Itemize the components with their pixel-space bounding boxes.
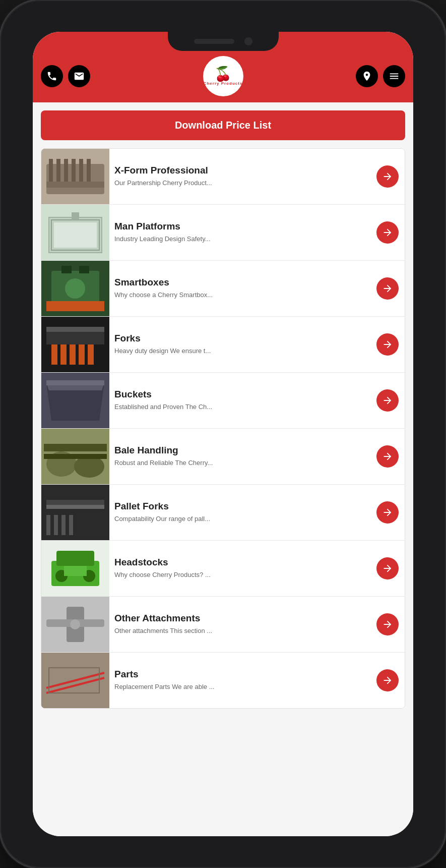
menu-button[interactable] (383, 65, 405, 87)
product-item-pallet[interactable]: Pallet Forks Compatability Our range of … (41, 485, 405, 541)
product-info-parts: Parts Replacement Parts We are able ... (109, 662, 376, 699)
product-desc-forks: Heavy duty design We ensure t... (114, 346, 371, 356)
svg-rect-41 (61, 515, 66, 535)
product-info-buckets: Buckets Established and Proven The Ch... (109, 382, 376, 419)
product-item-bale[interactable]: Bale Handling Robust and Reliable The Ch… (41, 429, 405, 485)
svg-rect-46 (56, 551, 94, 566)
svg-rect-36 (44, 454, 107, 459)
product-item-man[interactable]: Man Platforms Industry Leading Design Sa… (41, 205, 405, 261)
product-image-forks (41, 317, 109, 372)
phone-frame: 🍒 Cherry Products (0, 0, 446, 868)
product-title-forks: Forks (114, 333, 371, 344)
arrow-right-icon (382, 507, 393, 518)
svg-rect-5 (72, 159, 76, 184)
svg-rect-25 (79, 344, 85, 365)
product-info-smartboxes: Smartboxes Why choose a Cherry Smartbox.… (109, 270, 376, 307)
product-arrow-smartboxes[interactable] (376, 277, 399, 300)
svg-rect-31 (46, 380, 104, 385)
svg-rect-19 (79, 266, 89, 273)
svg-rect-13 (72, 212, 79, 220)
product-arrow-forks[interactable] (376, 333, 399, 356)
product-arrow-headstocks[interactable] (376, 557, 399, 580)
product-image-headstocks (41, 541, 109, 596)
svg-rect-7 (87, 159, 91, 184)
product-desc-parts: Replacement Parts We are able ... (114, 682, 371, 691)
product-info-forks: Forks Heavy duty design We ensure t... (109, 326, 376, 363)
product-arrow-pallet[interactable] (376, 501, 399, 524)
product-image-xform (41, 149, 109, 204)
product-item-other[interactable]: Other Attachments Other attachments This… (41, 597, 405, 653)
product-arrow-bale[interactable] (376, 445, 399, 468)
svg-rect-35 (44, 444, 107, 451)
svg-rect-26 (88, 344, 94, 365)
product-image-other (41, 597, 109, 652)
price-list-label: Download Price List (175, 120, 271, 131)
arrow-right-icon (382, 451, 393, 462)
product-title-other: Other Attachments (114, 613, 371, 624)
product-list: X-Form Professional Our Partnership Cher… (41, 148, 405, 709)
product-title-headstocks: Headstocks (114, 557, 371, 568)
product-image-man (41, 205, 109, 260)
product-title-smartboxes: Smartboxes (114, 277, 371, 288)
product-desc-bale: Robust and Reliable The Cherry... (114, 458, 371, 468)
product-item-buckets[interactable]: Buckets Established and Proven The Ch... (41, 373, 405, 429)
svg-rect-22 (51, 344, 57, 365)
product-title-man: Man Platforms (114, 221, 371, 232)
arrow-right-icon (382, 619, 393, 630)
arrow-right-icon (382, 675, 393, 686)
company-logo[interactable]: 🍒 Cherry Products (203, 56, 243, 96)
product-arrow-parts[interactable] (376, 669, 399, 691)
product-item-forks[interactable]: Forks Heavy duty design We ensure t... (41, 317, 405, 373)
logo-text: Cherry Products (204, 81, 243, 86)
product-image-buckets (41, 373, 109, 428)
svg-rect-39 (46, 515, 50, 535)
svg-rect-43 (46, 505, 104, 509)
svg-rect-2 (49, 159, 53, 184)
product-arrow-man[interactable] (376, 221, 399, 244)
product-item-smartboxes[interactable]: Smartboxes Why choose a Cherry Smartbox.… (41, 261, 405, 317)
svg-rect-3 (56, 159, 60, 184)
svg-rect-24 (70, 344, 76, 365)
menu-icon (389, 71, 400, 82)
product-desc-headstocks: Why choose Cherry Products? ... (114, 570, 371, 580)
product-desc-other: Other attachments This section ... (114, 626, 371, 635)
product-arrow-xform[interactable] (376, 165, 399, 188)
product-item-headstocks[interactable]: Headstocks Why choose Cherry Products? .… (41, 541, 405, 597)
svg-rect-8 (46, 182, 104, 188)
svg-rect-18 (61, 266, 72, 273)
product-image-parts (41, 653, 109, 708)
location-button[interactable] (356, 65, 378, 87)
product-title-bale: Bale Handling (114, 445, 371, 456)
phone-button[interactable] (41, 65, 63, 87)
product-desc-smartboxes: Why choose a Cherry Smartbox... (114, 291, 371, 300)
product-desc-man: Industry Leading Design Safety... (114, 235, 371, 244)
product-item-xform[interactable]: X-Form Professional Our Partnership Cher… (41, 149, 405, 205)
phone-screen: 🍒 Cherry Products (33, 32, 413, 836)
header-right-icons (356, 65, 405, 87)
arrow-right-icon (382, 395, 393, 406)
product-arrow-buckets[interactable] (376, 389, 399, 412)
price-list-banner[interactable]: Download Price List (41, 110, 405, 140)
arrow-right-icon (382, 563, 393, 574)
product-image-pallet (41, 485, 109, 540)
arrow-right-icon (382, 227, 393, 238)
product-info-pallet: Pallet Forks Compatability Our range of … (109, 494, 376, 531)
svg-rect-4 (64, 159, 68, 184)
product-info-other: Other Attachments Other attachments This… (109, 606, 376, 643)
product-arrow-other[interactable] (376, 613, 399, 635)
svg-rect-12 (54, 222, 97, 248)
arrow-right-icon (382, 171, 393, 182)
product-desc-buckets: Established and Proven The Ch... (114, 402, 371, 412)
product-info-bale: Bale Handling Robust and Reliable The Ch… (109, 438, 376, 475)
email-button[interactable] (68, 65, 90, 87)
product-image-bale (41, 429, 109, 484)
content-area[interactable]: Download Price List X-Form Professional … (33, 102, 413, 836)
product-info-man: Man Platforms Industry Leading Design Sa… (109, 214, 376, 251)
camera (244, 37, 252, 45)
svg-rect-37 (41, 485, 109, 540)
product-item-parts[interactable]: Parts Replacement Parts We are able ... (41, 653, 405, 708)
product-desc-pallet: Compatability Our range of pall... (114, 514, 371, 524)
speaker (194, 39, 234, 44)
location-icon (361, 71, 372, 82)
arrow-right-icon (382, 283, 393, 294)
